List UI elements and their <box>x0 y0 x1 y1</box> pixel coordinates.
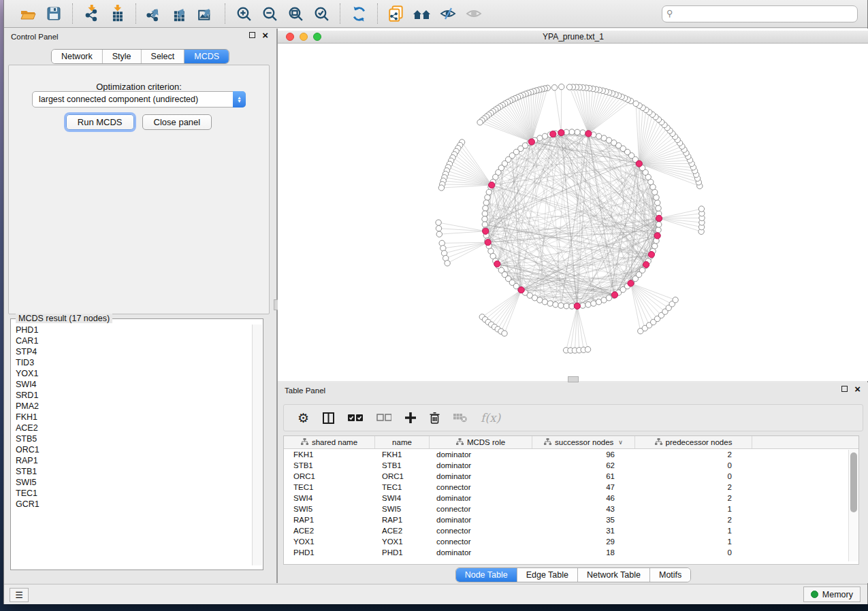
mcds-result-scrollbar[interactable] <box>252 325 262 565</box>
criterion-dropdown[interactable]: largest connected component (undirected)… <box>32 91 246 108</box>
graph-node[interactable] <box>558 303 564 308</box>
tab-mcds[interactable]: MCDS <box>184 50 229 63</box>
graph-node[interactable] <box>483 200 489 205</box>
task-history-button[interactable]: ☰ <box>10 588 29 602</box>
zoom-in-button[interactable] <box>234 3 254 24</box>
column-header-MCDS-role[interactable]: MCDS role <box>430 436 532 448</box>
graph-node[interactable] <box>575 129 580 135</box>
mcds-result-node[interactable]: PMA2 <box>12 401 251 412</box>
close-panel-button[interactable]: Close panel <box>142 114 212 130</box>
graph-node[interactable] <box>485 195 490 200</box>
float-table-panel-icon[interactable] <box>841 386 848 392</box>
graph-node[interactable] <box>564 303 569 309</box>
table-row[interactable]: SWI5SWI5connector431 <box>284 503 858 514</box>
mcds-result-node[interactable]: TID3 <box>12 357 251 368</box>
tab-style[interactable]: Style <box>103 50 142 63</box>
table-scrollbar-thumb[interactable] <box>850 452 857 512</box>
table-settings-icon[interactable]: ⚙ <box>298 412 309 425</box>
apply-layout-button[interactable] <box>349 3 369 24</box>
close-table-panel-icon[interactable]: × <box>854 386 861 392</box>
mcds-result-node[interactable]: SRD1 <box>12 390 251 401</box>
graph-node[interactable] <box>553 302 558 308</box>
table-scrollbar[interactable] <box>848 450 858 561</box>
graph-node[interactable] <box>656 205 661 211</box>
graph-node[interactable] <box>656 222 662 227</box>
mcds-result-node[interactable]: FKH1 <box>12 412 251 423</box>
graph-dominator-node[interactable] <box>628 280 634 286</box>
tab-network-table[interactable]: Network Table <box>578 568 650 582</box>
graph-dominator-node[interactable] <box>550 131 556 137</box>
graph-dominator-node[interactable] <box>528 139 534 145</box>
mcds-result-node[interactable]: PHD1 <box>12 325 251 335</box>
graph-node[interactable] <box>569 129 575 135</box>
graph-dominator-node[interactable] <box>558 129 564 135</box>
graph-dominator-node[interactable] <box>611 292 617 298</box>
mcds-result-node[interactable]: ACE2 <box>12 423 251 433</box>
graph-node[interactable] <box>436 226 441 231</box>
mcds-result-list[interactable]: PHD1CAR1STP4TID3YOX1SWI4SRD1PMA2FKH1ACE2… <box>12 325 251 565</box>
graph-dominator-node[interactable] <box>654 233 660 239</box>
graph-node[interactable] <box>482 216 487 222</box>
table-row[interactable]: ACE2ACE2connector311 <box>284 525 858 536</box>
table-row[interactable]: FKH1FKH1dominator962 <box>284 449 858 460</box>
mcds-result-node[interactable]: CAR1 <box>12 335 251 346</box>
tab-select[interactable]: Select <box>142 50 185 63</box>
delete-row-icon[interactable] <box>430 412 440 424</box>
graph-node[interactable] <box>551 85 557 90</box>
network-graph[interactable] <box>278 44 868 381</box>
export-image-button[interactable] <box>196 3 216 24</box>
mcds-result-node[interactable]: STP4 <box>12 346 251 357</box>
hide-selected-button[interactable] <box>438 3 458 24</box>
graph-node[interactable] <box>445 261 450 266</box>
graph-dominator-node[interactable] <box>656 215 662 221</box>
float-panel-icon[interactable] <box>249 32 255 38</box>
mcds-result-node[interactable]: RAP1 <box>12 455 251 466</box>
tab-node-table[interactable]: Node Table <box>456 568 517 582</box>
mcds-result-node[interactable]: STB1 <box>12 466 251 477</box>
import-table-button[interactable] <box>107 3 127 24</box>
mcds-result-node[interactable]: SWI4 <box>12 379 251 390</box>
graph-node[interactable] <box>438 185 444 191</box>
graph-node[interactable] <box>482 222 487 227</box>
mcds-result-node[interactable]: YOX1 <box>12 368 251 379</box>
mcds-result-node[interactable]: STB5 <box>12 433 251 444</box>
show-columns-icon[interactable] <box>323 412 334 424</box>
network-titlebar[interactable]: YPA_prune.txt_1 <box>278 31 868 44</box>
graph-node[interactable] <box>633 101 639 106</box>
graph-node[interactable] <box>654 195 659 200</box>
graph-dominator-node[interactable] <box>518 287 524 293</box>
graph-dominator-node[interactable] <box>494 261 500 267</box>
memory-button[interactable]: Memory <box>803 587 861 602</box>
column-header-name[interactable]: name <box>375 436 430 448</box>
column-header-shared-name[interactable]: shared name <box>284 436 375 448</box>
graph-dominator-node[interactable] <box>585 131 592 137</box>
mcds-result-node[interactable]: TEC1 <box>12 488 251 499</box>
graph-node[interactable] <box>502 331 507 336</box>
show-all-button[interactable] <box>464 3 484 24</box>
column-header-predecessor-nodes[interactable]: predecessor nodes <box>635 436 752 448</box>
zoom-fit-button[interactable] <box>285 3 306 24</box>
first-neighbors-button[interactable] <box>412 3 432 24</box>
select-all-rows-icon[interactable] <box>348 414 363 422</box>
graph-dominator-node[interactable] <box>489 182 495 188</box>
graph-node[interactable] <box>482 211 487 216</box>
graph-dominator-node[interactable] <box>643 261 649 267</box>
table-row[interactable]: PHD1PHD1dominator180 <box>284 547 858 558</box>
graph-node[interactable] <box>673 297 678 303</box>
table-row[interactable]: SWI4SWI4dominator462 <box>284 493 858 503</box>
mcds-result-node[interactable]: SWI5 <box>12 477 251 488</box>
tab-motifs[interactable]: Motifs <box>650 568 690 582</box>
graph-dominator-node[interactable] <box>636 161 642 167</box>
tab-network[interactable]: Network <box>52 50 103 63</box>
zoom-out-button[interactable] <box>259 3 280 24</box>
graph-node[interactable] <box>585 302 591 308</box>
table-row[interactable]: RAP1RAP1dominator352 <box>284 514 858 525</box>
horizontal-splitter-handle[interactable] <box>568 376 579 382</box>
graph-dominator-node[interactable] <box>648 252 654 258</box>
tab-edge-table[interactable]: Edge Table <box>517 568 578 582</box>
graph-node[interactable] <box>547 301 553 306</box>
network-canvas[interactable] <box>278 44 868 381</box>
graph-node[interactable] <box>436 220 441 225</box>
new-network-from-selection-button[interactable] <box>386 3 406 24</box>
table-row[interactable]: ORC1ORC1dominator610 <box>284 471 858 482</box>
